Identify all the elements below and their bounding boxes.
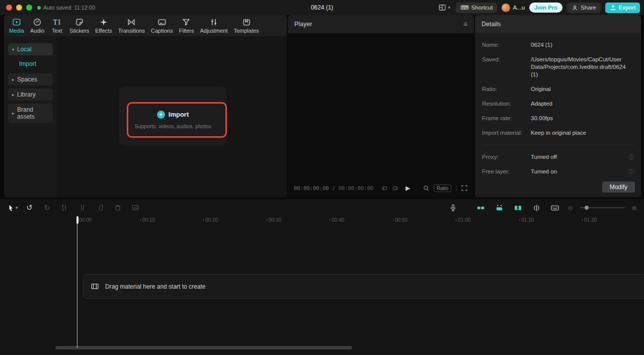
- horizontal-scrollbar[interactable]: [55, 346, 352, 349]
- tab-effects[interactable]: Effects: [94, 18, 113, 34]
- tab-label: Effects: [95, 28, 112, 34]
- sidebar-item-spaces[interactable]: ▸ Spaces: [8, 73, 53, 85]
- playhead[interactable]: [77, 216, 77, 348]
- redo-button[interactable]: ↻: [41, 202, 53, 214]
- titlebar-actions: ▾ ⌨ Shortcut A...u Join Pro Share: [438, 0, 640, 15]
- linkage-toggle[interactable]: [512, 202, 524, 214]
- account-button[interactable]: A...u: [502, 4, 525, 12]
- preview-axis-toggle[interactable]: [530, 202, 542, 214]
- timeline-toolbar-right: ⊖ ⊕: [447, 202, 637, 214]
- import-hint: Supports: videos, audios, photos: [134, 123, 211, 129]
- tab-label: Filters: [179, 28, 194, 34]
- microphone-icon[interactable]: [447, 202, 459, 214]
- empty-track-dropzone[interactable]: Drag material here and start to create: [83, 274, 644, 299]
- detail-label: Resolution:: [482, 100, 531, 108]
- ruler-minor-ticks: [77, 222, 644, 223]
- tab-label: Text: [52, 28, 62, 34]
- info-icon[interactable]: ⓘ: [628, 168, 634, 175]
- modify-button[interactable]: Modify: [602, 182, 635, 193]
- tab-transitions[interactable]: Transitions: [117, 18, 146, 34]
- keyboard-icon: ⌨: [460, 4, 469, 11]
- share-person-icon: [572, 5, 578, 11]
- tab-templates[interactable]: Templates: [232, 18, 260, 34]
- effects-icon: [99, 18, 108, 27]
- total-time: 00:00:00:00: [339, 185, 374, 191]
- tab-filters[interactable]: Filters: [178, 18, 195, 34]
- player-option-icon-2[interactable]: [392, 185, 398, 192]
- split-left-icon[interactable]: [59, 202, 71, 214]
- player-menu-icon[interactable]: ≡: [463, 20, 467, 28]
- zoom-window-button[interactable]: [26, 5, 32, 11]
- detail-value: Adapted: [531, 100, 634, 108]
- player-panel: Player ≡ 00:00:00:00 / 00:00:00:00 ▶ Rat…: [288, 15, 474, 197]
- delete-icon[interactable]: [112, 202, 124, 214]
- detail-label: Ratio:: [482, 85, 531, 93]
- zoom-in-button[interactable]: ⊕: [631, 204, 637, 212]
- account-label: A...u: [513, 5, 525, 11]
- disclosure-collapsed-icon: ▸: [12, 111, 14, 116]
- timecode: 00:00:00:00 / 00:00:00:00: [294, 185, 373, 191]
- details-divider: [482, 145, 634, 145]
- player-viewport[interactable]: [288, 33, 474, 179]
- import-button[interactable]: + Import: [157, 111, 189, 119]
- autosave-status-icon: [37, 6, 41, 10]
- sidebar-item-library[interactable]: ▸ Library: [8, 88, 53, 101]
- shortcut-button[interactable]: ⌨ Shortcut: [456, 3, 497, 13]
- tab-adjustment[interactable]: Adjustment: [199, 18, 228, 34]
- shortcut-label: Shortcut: [471, 5, 493, 11]
- info-icon[interactable]: ⓘ: [628, 153, 634, 161]
- ratio-button[interactable]: Ratio: [434, 185, 451, 192]
- sidebar-item-brand-assets[interactable]: ▸ Brand assets: [8, 104, 53, 123]
- timeline-ruler[interactable]: 00:00 00:10 00:20 00:30 00:40 00:50 01:0…: [0, 216, 644, 224]
- details-body: Name: 0624 (1) Saved: /Users/topgus/Movi…: [475, 33, 641, 197]
- zoom-slider-knob[interactable]: [585, 206, 589, 210]
- sidebar-item-import[interactable]: Import: [19, 60, 53, 67]
- detail-value: Original: [531, 85, 634, 93]
- detail-label: Import material:: [482, 129, 531, 137]
- sidebar-item-local[interactable]: ▾ Local: [8, 43, 53, 55]
- detail-row-free-layer: Free layer: Turned on ⓘ: [482, 168, 634, 175]
- split-icon[interactable]: [76, 202, 89, 214]
- fullscreen-icon[interactable]: [461, 185, 468, 192]
- undo-button[interactable]: ↺: [24, 202, 36, 214]
- detail-value: Turned on: [531, 168, 626, 175]
- share-button[interactable]: Share: [567, 3, 601, 13]
- export-arrow-icon: [610, 5, 616, 11]
- detail-label: Frame rate:: [482, 115, 531, 122]
- detail-value: 30.00fps: [531, 115, 634, 122]
- keyboard-shortcuts-toggle[interactable]: [549, 202, 561, 214]
- workspace-layout-button[interactable]: ▾: [438, 4, 450, 11]
- tab-media[interactable]: Media: [8, 18, 25, 34]
- auto-snap-toggle[interactable]: [493, 202, 505, 214]
- tab-captions[interactable]: Captions: [150, 18, 174, 34]
- export-button[interactable]: Export: [605, 3, 640, 13]
- import-card[interactable]: + Import Supports: videos, audios, photo…: [119, 86, 226, 146]
- player-controls: 00:00:00:00 / 00:00:00:00 ▶ Ratio |: [288, 179, 474, 197]
- text-icon: TI: [53, 18, 61, 27]
- layout-grid-icon: [438, 4, 446, 11]
- plus-icon: +: [157, 111, 165, 119]
- window-controls: [0, 5, 37, 11]
- media-sidebar: ▾ Local Import ▸ Spaces ▸ Library ▸ Bran…: [4, 36, 57, 197]
- zoom-slider[interactable]: [580, 207, 625, 208]
- sidebar-item-label: Brand assets: [17, 106, 49, 120]
- timecode-separator: /: [332, 185, 335, 191]
- close-window-button[interactable]: [6, 5, 12, 11]
- join-pro-button[interactable]: Join Pro: [529, 3, 562, 13]
- tab-text[interactable]: TI Text: [49, 18, 64, 34]
- select-tool-button[interactable]: ▾: [7, 202, 18, 214]
- crop-image-icon[interactable]: [129, 202, 141, 214]
- player-option-icon-1[interactable]: [381, 185, 388, 192]
- titlebar: Auto saved: 11:12:00 0624 (1) ▾ ⌨ Shortc…: [0, 0, 644, 15]
- play-button[interactable]: ▶: [406, 185, 410, 192]
- zoom-out-button[interactable]: ⊖: [568, 204, 573, 212]
- main-track-magnet-toggle[interactable]: [474, 202, 487, 214]
- sidebar-item-label: Library: [17, 91, 36, 98]
- tab-stickers[interactable]: Stickers: [68, 18, 90, 34]
- preview-quality-icon[interactable]: [423, 185, 430, 192]
- split-right-icon[interactable]: [94, 202, 106, 214]
- details-header: Details: [475, 15, 641, 33]
- tab-audio[interactable]: Audio: [29, 18, 45, 34]
- chevron-down-icon: ▾: [16, 205, 18, 210]
- minimize-window-button[interactable]: [16, 5, 22, 11]
